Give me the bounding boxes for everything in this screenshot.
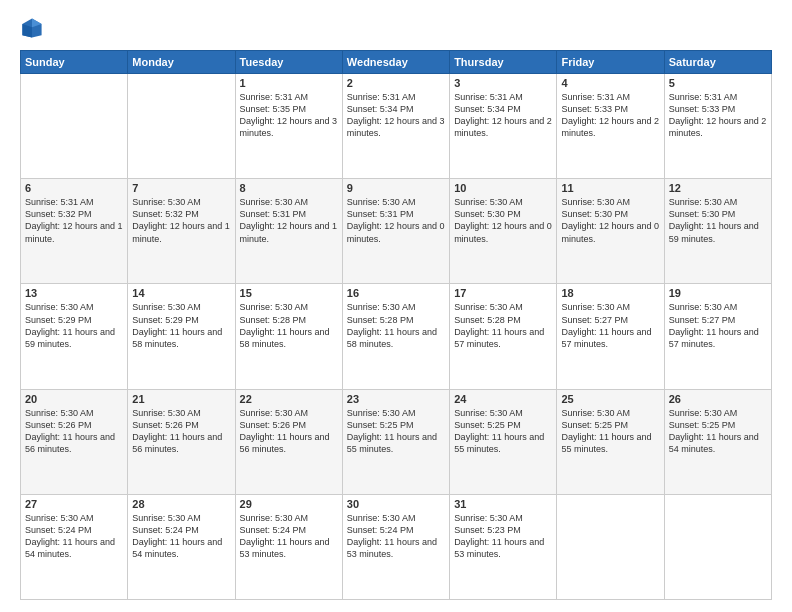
calendar-cell: 18Sunrise: 5:30 AM Sunset: 5:27 PM Dayli…	[557, 284, 664, 389]
day-number: 9	[347, 182, 445, 194]
day-number: 20	[25, 393, 123, 405]
weekday-header: Monday	[128, 51, 235, 74]
day-number: 26	[669, 393, 767, 405]
day-content: Sunrise: 5:30 AM Sunset: 5:31 PM Dayligh…	[347, 196, 445, 245]
weekday-header: Saturday	[664, 51, 771, 74]
day-number: 16	[347, 287, 445, 299]
day-content: Sunrise: 5:30 AM Sunset: 5:28 PM Dayligh…	[454, 301, 552, 350]
day-content: Sunrise: 5:31 AM Sunset: 5:33 PM Dayligh…	[669, 91, 767, 140]
day-content: Sunrise: 5:31 AM Sunset: 5:35 PM Dayligh…	[240, 91, 338, 140]
calendar-cell: 19Sunrise: 5:30 AM Sunset: 5:27 PM Dayli…	[664, 284, 771, 389]
calendar-cell: 23Sunrise: 5:30 AM Sunset: 5:25 PM Dayli…	[342, 389, 449, 494]
day-content: Sunrise: 5:30 AM Sunset: 5:29 PM Dayligh…	[132, 301, 230, 350]
calendar-cell	[664, 494, 771, 599]
day-number: 29	[240, 498, 338, 510]
day-content: Sunrise: 5:30 AM Sunset: 5:25 PM Dayligh…	[454, 407, 552, 456]
weekday-header: Thursday	[450, 51, 557, 74]
day-content: Sunrise: 5:30 AM Sunset: 5:29 PM Dayligh…	[25, 301, 123, 350]
calendar-week-row: 1Sunrise: 5:31 AM Sunset: 5:35 PM Daylig…	[21, 74, 772, 179]
logo	[20, 16, 48, 40]
calendar-cell: 1Sunrise: 5:31 AM Sunset: 5:35 PM Daylig…	[235, 74, 342, 179]
weekday-header-row: SundayMondayTuesdayWednesdayThursdayFrid…	[21, 51, 772, 74]
day-content: Sunrise: 5:30 AM Sunset: 5:26 PM Dayligh…	[240, 407, 338, 456]
calendar-cell: 3Sunrise: 5:31 AM Sunset: 5:34 PM Daylig…	[450, 74, 557, 179]
calendar-cell: 12Sunrise: 5:30 AM Sunset: 5:30 PM Dayli…	[664, 179, 771, 284]
calendar-cell: 10Sunrise: 5:30 AM Sunset: 5:30 PM Dayli…	[450, 179, 557, 284]
calendar-cell: 6Sunrise: 5:31 AM Sunset: 5:32 PM Daylig…	[21, 179, 128, 284]
calendar-cell: 27Sunrise: 5:30 AM Sunset: 5:24 PM Dayli…	[21, 494, 128, 599]
day-content: Sunrise: 5:30 AM Sunset: 5:28 PM Dayligh…	[347, 301, 445, 350]
day-content: Sunrise: 5:30 AM Sunset: 5:32 PM Dayligh…	[132, 196, 230, 245]
day-content: Sunrise: 5:31 AM Sunset: 5:32 PM Dayligh…	[25, 196, 123, 245]
day-number: 24	[454, 393, 552, 405]
day-content: Sunrise: 5:30 AM Sunset: 5:28 PM Dayligh…	[240, 301, 338, 350]
day-number: 19	[669, 287, 767, 299]
day-content: Sunrise: 5:31 AM Sunset: 5:33 PM Dayligh…	[561, 91, 659, 140]
day-number: 31	[454, 498, 552, 510]
weekday-header: Wednesday	[342, 51, 449, 74]
day-number: 10	[454, 182, 552, 194]
calendar-week-row: 6Sunrise: 5:31 AM Sunset: 5:32 PM Daylig…	[21, 179, 772, 284]
calendar-cell: 22Sunrise: 5:30 AM Sunset: 5:26 PM Dayli…	[235, 389, 342, 494]
day-number: 27	[25, 498, 123, 510]
calendar-cell: 11Sunrise: 5:30 AM Sunset: 5:30 PM Dayli…	[557, 179, 664, 284]
calendar-cell: 15Sunrise: 5:30 AM Sunset: 5:28 PM Dayli…	[235, 284, 342, 389]
day-number: 4	[561, 77, 659, 89]
calendar-cell: 13Sunrise: 5:30 AM Sunset: 5:29 PM Dayli…	[21, 284, 128, 389]
day-content: Sunrise: 5:31 AM Sunset: 5:34 PM Dayligh…	[454, 91, 552, 140]
day-number: 30	[347, 498, 445, 510]
calendar-cell: 20Sunrise: 5:30 AM Sunset: 5:26 PM Dayli…	[21, 389, 128, 494]
day-content: Sunrise: 5:30 AM Sunset: 5:30 PM Dayligh…	[561, 196, 659, 245]
calendar-cell: 5Sunrise: 5:31 AM Sunset: 5:33 PM Daylig…	[664, 74, 771, 179]
day-content: Sunrise: 5:30 AM Sunset: 5:31 PM Dayligh…	[240, 196, 338, 245]
day-number: 1	[240, 77, 338, 89]
day-content: Sunrise: 5:30 AM Sunset: 5:30 PM Dayligh…	[454, 196, 552, 245]
calendar-cell: 25Sunrise: 5:30 AM Sunset: 5:25 PM Dayli…	[557, 389, 664, 494]
calendar-cell: 30Sunrise: 5:30 AM Sunset: 5:24 PM Dayli…	[342, 494, 449, 599]
weekday-header: Sunday	[21, 51, 128, 74]
day-number: 2	[347, 77, 445, 89]
day-number: 18	[561, 287, 659, 299]
day-content: Sunrise: 5:30 AM Sunset: 5:25 PM Dayligh…	[669, 407, 767, 456]
calendar-cell: 17Sunrise: 5:30 AM Sunset: 5:28 PM Dayli…	[450, 284, 557, 389]
calendar-cell: 16Sunrise: 5:30 AM Sunset: 5:28 PM Dayli…	[342, 284, 449, 389]
day-content: Sunrise: 5:30 AM Sunset: 5:27 PM Dayligh…	[669, 301, 767, 350]
day-content: Sunrise: 5:30 AM Sunset: 5:26 PM Dayligh…	[25, 407, 123, 456]
calendar-cell	[128, 74, 235, 179]
day-content: Sunrise: 5:30 AM Sunset: 5:23 PM Dayligh…	[454, 512, 552, 561]
calendar-cell: 26Sunrise: 5:30 AM Sunset: 5:25 PM Dayli…	[664, 389, 771, 494]
calendar-cell	[21, 74, 128, 179]
day-number: 21	[132, 393, 230, 405]
day-number: 22	[240, 393, 338, 405]
calendar-cell: 7Sunrise: 5:30 AM Sunset: 5:32 PM Daylig…	[128, 179, 235, 284]
day-content: Sunrise: 5:30 AM Sunset: 5:24 PM Dayligh…	[25, 512, 123, 561]
day-number: 8	[240, 182, 338, 194]
weekday-header: Friday	[557, 51, 664, 74]
calendar-table: SundayMondayTuesdayWednesdayThursdayFrid…	[20, 50, 772, 600]
calendar-cell: 8Sunrise: 5:30 AM Sunset: 5:31 PM Daylig…	[235, 179, 342, 284]
calendar-cell	[557, 494, 664, 599]
calendar-cell: 31Sunrise: 5:30 AM Sunset: 5:23 PM Dayli…	[450, 494, 557, 599]
day-content: Sunrise: 5:30 AM Sunset: 5:25 PM Dayligh…	[561, 407, 659, 456]
day-number: 17	[454, 287, 552, 299]
day-number: 7	[132, 182, 230, 194]
day-content: Sunrise: 5:30 AM Sunset: 5:24 PM Dayligh…	[240, 512, 338, 561]
calendar-week-row: 13Sunrise: 5:30 AM Sunset: 5:29 PM Dayli…	[21, 284, 772, 389]
day-number: 3	[454, 77, 552, 89]
calendar-cell: 4Sunrise: 5:31 AM Sunset: 5:33 PM Daylig…	[557, 74, 664, 179]
day-content: Sunrise: 5:30 AM Sunset: 5:24 PM Dayligh…	[347, 512, 445, 561]
weekday-header: Tuesday	[235, 51, 342, 74]
header	[20, 16, 772, 40]
calendar-cell: 21Sunrise: 5:30 AM Sunset: 5:26 PM Dayli…	[128, 389, 235, 494]
day-number: 11	[561, 182, 659, 194]
day-number: 6	[25, 182, 123, 194]
calendar-cell: 29Sunrise: 5:30 AM Sunset: 5:24 PM Dayli…	[235, 494, 342, 599]
day-number: 13	[25, 287, 123, 299]
calendar-cell: 14Sunrise: 5:30 AM Sunset: 5:29 PM Dayli…	[128, 284, 235, 389]
calendar-cell: 28Sunrise: 5:30 AM Sunset: 5:24 PM Dayli…	[128, 494, 235, 599]
calendar-cell: 24Sunrise: 5:30 AM Sunset: 5:25 PM Dayli…	[450, 389, 557, 494]
day-number: 28	[132, 498, 230, 510]
day-content: Sunrise: 5:30 AM Sunset: 5:24 PM Dayligh…	[132, 512, 230, 561]
day-content: Sunrise: 5:31 AM Sunset: 5:34 PM Dayligh…	[347, 91, 445, 140]
day-content: Sunrise: 5:30 AM Sunset: 5:27 PM Dayligh…	[561, 301, 659, 350]
